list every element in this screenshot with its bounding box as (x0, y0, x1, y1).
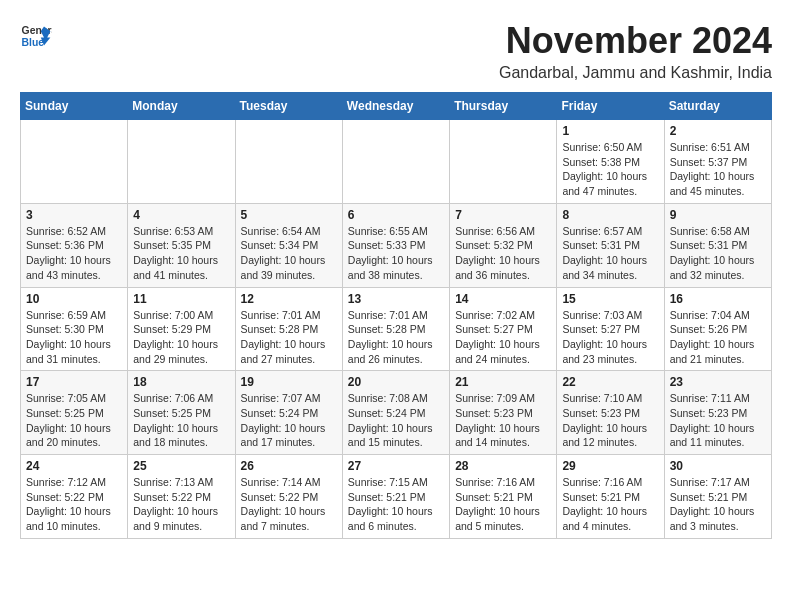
day-number: 29 (562, 459, 658, 473)
day-info: Sunrise: 7:15 AM Sunset: 5:21 PM Dayligh… (348, 475, 444, 534)
weekday-header-saturday: Saturday (664, 93, 771, 120)
day-info: Sunrise: 7:16 AM Sunset: 5:21 PM Dayligh… (562, 475, 658, 534)
day-number: 17 (26, 375, 122, 389)
day-info: Sunrise: 6:55 AM Sunset: 5:33 PM Dayligh… (348, 224, 444, 283)
location-subtitle: Gandarbal, Jammu and Kashmir, India (499, 64, 772, 82)
day-info: Sunrise: 7:04 AM Sunset: 5:26 PM Dayligh… (670, 308, 766, 367)
day-info: Sunrise: 6:54 AM Sunset: 5:34 PM Dayligh… (241, 224, 337, 283)
day-info: Sunrise: 7:09 AM Sunset: 5:23 PM Dayligh… (455, 391, 551, 450)
day-number: 16 (670, 292, 766, 306)
day-info: Sunrise: 7:16 AM Sunset: 5:21 PM Dayligh… (455, 475, 551, 534)
day-number: 21 (455, 375, 551, 389)
calendar-cell: 23Sunrise: 7:11 AM Sunset: 5:23 PM Dayli… (664, 371, 771, 455)
day-number: 26 (241, 459, 337, 473)
day-number: 30 (670, 459, 766, 473)
calendar-cell: 19Sunrise: 7:07 AM Sunset: 5:24 PM Dayli… (235, 371, 342, 455)
day-info: Sunrise: 6:52 AM Sunset: 5:36 PM Dayligh… (26, 224, 122, 283)
calendar-week-row: 17Sunrise: 7:05 AM Sunset: 5:25 PM Dayli… (21, 371, 772, 455)
day-number: 6 (348, 208, 444, 222)
calendar-cell (21, 120, 128, 204)
calendar-cell: 8Sunrise: 6:57 AM Sunset: 5:31 PM Daylig… (557, 203, 664, 287)
day-number: 18 (133, 375, 229, 389)
day-info: Sunrise: 7:17 AM Sunset: 5:21 PM Dayligh… (670, 475, 766, 534)
day-info: Sunrise: 7:08 AM Sunset: 5:24 PM Dayligh… (348, 391, 444, 450)
calendar-cell: 1Sunrise: 6:50 AM Sunset: 5:38 PM Daylig… (557, 120, 664, 204)
day-info: Sunrise: 7:12 AM Sunset: 5:22 PM Dayligh… (26, 475, 122, 534)
calendar-cell (342, 120, 449, 204)
calendar-cell: 11Sunrise: 7:00 AM Sunset: 5:29 PM Dayli… (128, 287, 235, 371)
day-number: 14 (455, 292, 551, 306)
title-block: November 2024 Gandarbal, Jammu and Kashm… (499, 20, 772, 82)
day-info: Sunrise: 7:14 AM Sunset: 5:22 PM Dayligh… (241, 475, 337, 534)
day-number: 5 (241, 208, 337, 222)
day-info: Sunrise: 7:05 AM Sunset: 5:25 PM Dayligh… (26, 391, 122, 450)
calendar-cell: 28Sunrise: 7:16 AM Sunset: 5:21 PM Dayli… (450, 455, 557, 539)
calendar-cell: 24Sunrise: 7:12 AM Sunset: 5:22 PM Dayli… (21, 455, 128, 539)
day-info: Sunrise: 7:01 AM Sunset: 5:28 PM Dayligh… (348, 308, 444, 367)
weekday-header-friday: Friday (557, 93, 664, 120)
calendar-header-row: SundayMondayTuesdayWednesdayThursdayFrid… (21, 93, 772, 120)
day-info: Sunrise: 6:59 AM Sunset: 5:30 PM Dayligh… (26, 308, 122, 367)
day-number: 4 (133, 208, 229, 222)
weekday-header-wednesday: Wednesday (342, 93, 449, 120)
calendar-cell: 17Sunrise: 7:05 AM Sunset: 5:25 PM Dayli… (21, 371, 128, 455)
calendar-cell: 22Sunrise: 7:10 AM Sunset: 5:23 PM Dayli… (557, 371, 664, 455)
day-number: 8 (562, 208, 658, 222)
day-info: Sunrise: 7:07 AM Sunset: 5:24 PM Dayligh… (241, 391, 337, 450)
day-info: Sunrise: 7:03 AM Sunset: 5:27 PM Dayligh… (562, 308, 658, 367)
logo: General Blue (20, 20, 52, 52)
calendar-week-row: 24Sunrise: 7:12 AM Sunset: 5:22 PM Dayli… (21, 455, 772, 539)
calendar-cell: 7Sunrise: 6:56 AM Sunset: 5:32 PM Daylig… (450, 203, 557, 287)
day-info: Sunrise: 6:53 AM Sunset: 5:35 PM Dayligh… (133, 224, 229, 283)
day-number: 23 (670, 375, 766, 389)
calendar-cell: 12Sunrise: 7:01 AM Sunset: 5:28 PM Dayli… (235, 287, 342, 371)
calendar-cell (450, 120, 557, 204)
calendar-week-row: 10Sunrise: 6:59 AM Sunset: 5:30 PM Dayli… (21, 287, 772, 371)
calendar-cell: 15Sunrise: 7:03 AM Sunset: 5:27 PM Dayli… (557, 287, 664, 371)
calendar-cell: 30Sunrise: 7:17 AM Sunset: 5:21 PM Dayli… (664, 455, 771, 539)
day-number: 25 (133, 459, 229, 473)
day-number: 28 (455, 459, 551, 473)
day-number: 11 (133, 292, 229, 306)
calendar-week-row: 3Sunrise: 6:52 AM Sunset: 5:36 PM Daylig… (21, 203, 772, 287)
logo-icon: General Blue (20, 20, 52, 52)
day-info: Sunrise: 6:51 AM Sunset: 5:37 PM Dayligh… (670, 140, 766, 199)
day-info: Sunrise: 7:11 AM Sunset: 5:23 PM Dayligh… (670, 391, 766, 450)
day-number: 19 (241, 375, 337, 389)
svg-text:Blue: Blue (22, 37, 45, 48)
weekday-header-sunday: Sunday (21, 93, 128, 120)
calendar-cell: 4Sunrise: 6:53 AM Sunset: 5:35 PM Daylig… (128, 203, 235, 287)
day-info: Sunrise: 7:10 AM Sunset: 5:23 PM Dayligh… (562, 391, 658, 450)
calendar-cell: 18Sunrise: 7:06 AM Sunset: 5:25 PM Dayli… (128, 371, 235, 455)
calendar-cell: 29Sunrise: 7:16 AM Sunset: 5:21 PM Dayli… (557, 455, 664, 539)
calendar-cell: 6Sunrise: 6:55 AM Sunset: 5:33 PM Daylig… (342, 203, 449, 287)
day-info: Sunrise: 7:00 AM Sunset: 5:29 PM Dayligh… (133, 308, 229, 367)
weekday-header-tuesday: Tuesday (235, 93, 342, 120)
day-info: Sunrise: 6:56 AM Sunset: 5:32 PM Dayligh… (455, 224, 551, 283)
day-number: 27 (348, 459, 444, 473)
calendar-cell: 26Sunrise: 7:14 AM Sunset: 5:22 PM Dayli… (235, 455, 342, 539)
day-number: 3 (26, 208, 122, 222)
calendar-cell: 10Sunrise: 6:59 AM Sunset: 5:30 PM Dayli… (21, 287, 128, 371)
calendar-cell: 20Sunrise: 7:08 AM Sunset: 5:24 PM Dayli… (342, 371, 449, 455)
day-number: 15 (562, 292, 658, 306)
day-number: 22 (562, 375, 658, 389)
day-info: Sunrise: 6:50 AM Sunset: 5:38 PM Dayligh… (562, 140, 658, 199)
day-info: Sunrise: 6:58 AM Sunset: 5:31 PM Dayligh… (670, 224, 766, 283)
calendar-cell (235, 120, 342, 204)
calendar-cell: 2Sunrise: 6:51 AM Sunset: 5:37 PM Daylig… (664, 120, 771, 204)
day-info: Sunrise: 6:57 AM Sunset: 5:31 PM Dayligh… (562, 224, 658, 283)
weekday-header-monday: Monday (128, 93, 235, 120)
calendar-cell: 9Sunrise: 6:58 AM Sunset: 5:31 PM Daylig… (664, 203, 771, 287)
calendar-cell (128, 120, 235, 204)
day-info: Sunrise: 7:06 AM Sunset: 5:25 PM Dayligh… (133, 391, 229, 450)
calendar-week-row: 1Sunrise: 6:50 AM Sunset: 5:38 PM Daylig… (21, 120, 772, 204)
month-title: November 2024 (499, 20, 772, 62)
day-info: Sunrise: 7:02 AM Sunset: 5:27 PM Dayligh… (455, 308, 551, 367)
day-number: 7 (455, 208, 551, 222)
day-number: 13 (348, 292, 444, 306)
calendar-cell: 13Sunrise: 7:01 AM Sunset: 5:28 PM Dayli… (342, 287, 449, 371)
calendar-cell: 21Sunrise: 7:09 AM Sunset: 5:23 PM Dayli… (450, 371, 557, 455)
day-number: 9 (670, 208, 766, 222)
day-info: Sunrise: 7:01 AM Sunset: 5:28 PM Dayligh… (241, 308, 337, 367)
